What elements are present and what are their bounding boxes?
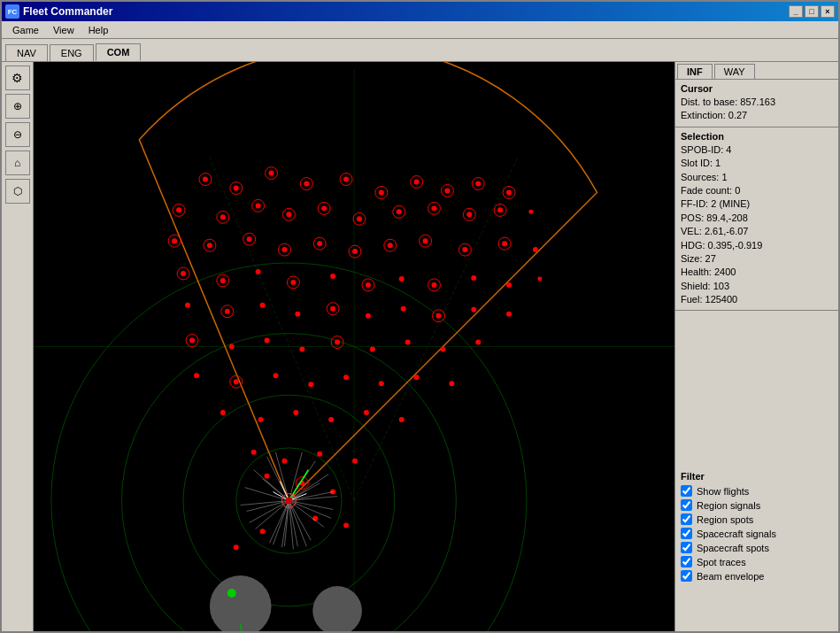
filter-label-6: Beam envelope xyxy=(697,571,764,582)
selection-field: Size: 27 xyxy=(681,252,833,266)
svg-point-115 xyxy=(343,374,349,380)
svg-point-111 xyxy=(234,379,239,384)
svg-point-95 xyxy=(435,313,441,319)
svg-point-36 xyxy=(321,205,327,211)
svg-point-110 xyxy=(194,373,199,378)
tab-com[interactable]: COM xyxy=(96,43,142,61)
svg-point-6 xyxy=(121,334,456,631)
right-panel: INF WAY Cursor Dist. to base: 857.163 Ex… xyxy=(674,62,838,631)
menu-view[interactable]: View xyxy=(46,23,81,37)
svg-point-102 xyxy=(265,338,270,344)
selection-field: SPOB-ID: 4 xyxy=(681,143,833,157)
cursor-ext-label: Extinction: xyxy=(681,110,726,120)
svg-point-7 xyxy=(51,263,527,631)
tab-eng[interactable]: ENG xyxy=(50,44,94,61)
svg-point-18 xyxy=(379,189,384,195)
close-button[interactable]: × xyxy=(821,5,835,18)
filter-checkbox-2[interactable] xyxy=(681,513,692,525)
menu-bar: Game View Help xyxy=(2,21,838,39)
settings-button[interactable]: ⚙ xyxy=(5,66,30,90)
selection-field: Health: 2400 xyxy=(681,266,833,279)
svg-point-30 xyxy=(220,214,226,220)
svg-point-91 xyxy=(330,306,335,312)
svg-point-85 xyxy=(537,276,542,281)
svg-point-113 xyxy=(274,373,279,378)
svg-point-116 xyxy=(379,381,384,386)
menu-help[interactable]: Help xyxy=(81,23,116,37)
svg-point-134 xyxy=(343,522,349,528)
filter-checkbox-3[interactable] xyxy=(681,528,692,539)
svg-point-97 xyxy=(471,307,476,313)
filter-label-4: Spacecraft spots xyxy=(697,543,769,553)
filter-item: Beam envelope xyxy=(681,570,833,582)
svg-point-63 xyxy=(423,238,428,243)
filter-item: Spacecraft signals xyxy=(681,528,833,539)
svg-point-40 xyxy=(397,209,402,214)
filter-items: Show flightsRegion signalsRegion spotsSp… xyxy=(681,485,833,582)
svg-point-122 xyxy=(328,417,334,422)
filter-section: Filter Show flightsRegion signalsRegion … xyxy=(675,467,838,631)
svg-point-77 xyxy=(330,274,335,279)
svg-point-93 xyxy=(366,313,371,319)
map-area[interactable] xyxy=(34,62,674,631)
svg-point-135 xyxy=(260,529,266,534)
svg-point-74 xyxy=(256,269,261,274)
svg-point-127 xyxy=(317,452,322,457)
filter-item: Region signals xyxy=(681,499,833,511)
svg-point-26 xyxy=(506,189,512,195)
svg-point-108 xyxy=(440,347,445,352)
svg-point-104 xyxy=(335,340,340,345)
filter-label-1: Region signals xyxy=(697,500,760,511)
cursor-ext-value: 0.27 xyxy=(728,110,747,120)
panel-tab-inf[interactable]: INF xyxy=(677,64,713,79)
svg-point-120 xyxy=(258,417,264,422)
base-button[interactable]: ⌂ xyxy=(5,151,30,175)
svg-point-32 xyxy=(256,203,261,208)
filter-item: Show flights xyxy=(681,485,833,497)
filter-checkbox-1[interactable] xyxy=(681,499,692,511)
filter-label-5: Spot traces xyxy=(697,557,746,567)
svg-point-98 xyxy=(506,312,512,317)
selection-title: Selection xyxy=(681,131,833,142)
svg-point-107 xyxy=(405,340,411,345)
menu-game[interactable]: Game xyxy=(5,23,46,37)
filter-checkbox-4[interactable] xyxy=(681,542,692,553)
window-controls: _ □ × xyxy=(789,5,835,18)
zoom-out-button[interactable]: ⊖ xyxy=(5,122,30,147)
svg-point-117 xyxy=(414,374,420,380)
selection-field: Fade count: 0 xyxy=(681,184,833,197)
filter-checkbox-6[interactable] xyxy=(681,570,692,582)
maximize-button[interactable]: □ xyxy=(805,5,819,18)
svg-point-57 xyxy=(317,241,322,246)
cursor-dist-label: Dist. to base: xyxy=(681,96,737,107)
cursor-extinction: Extinction: 0.27 xyxy=(681,109,833,122)
selection-field: POS: 89.4,-208 xyxy=(681,212,833,225)
svg-point-72 xyxy=(220,278,226,283)
svg-point-109 xyxy=(475,340,481,345)
svg-point-22 xyxy=(444,188,450,193)
svg-point-124 xyxy=(399,417,405,422)
zoom-in-button[interactable]: ⊕ xyxy=(5,94,30,119)
panel-tab-way[interactable]: WAY xyxy=(714,64,755,79)
svg-point-14 xyxy=(304,181,309,187)
selection-section: Selection SPOB-ID: 4Slot ID: 1Sources: 1… xyxy=(675,127,838,312)
svg-point-38 xyxy=(357,216,362,221)
svg-point-55 xyxy=(281,247,287,252)
app-icon: FC xyxy=(5,4,19,19)
svg-point-94 xyxy=(401,306,406,312)
svg-point-89 xyxy=(260,303,266,308)
svg-point-103 xyxy=(299,347,304,352)
object-button[interactable]: ⬡ xyxy=(5,179,30,204)
svg-point-44 xyxy=(466,212,472,217)
minimize-button[interactable]: _ xyxy=(789,5,803,18)
selection-field: Shield: 103 xyxy=(681,280,833,293)
selection-field: FF-ID: 2 (MINE) xyxy=(681,197,833,211)
title-bar: FC Fleet Commander _ □ × xyxy=(2,2,838,21)
svg-point-46 xyxy=(497,207,503,212)
svg-point-28 xyxy=(176,207,181,212)
tab-nav[interactable]: NAV xyxy=(5,44,48,61)
selection-field: Fuel: 125400 xyxy=(681,293,833,306)
filter-checkbox-5[interactable] xyxy=(681,556,692,567)
cursor-title: Cursor xyxy=(681,83,833,94)
filter-checkbox-0[interactable] xyxy=(681,485,692,497)
